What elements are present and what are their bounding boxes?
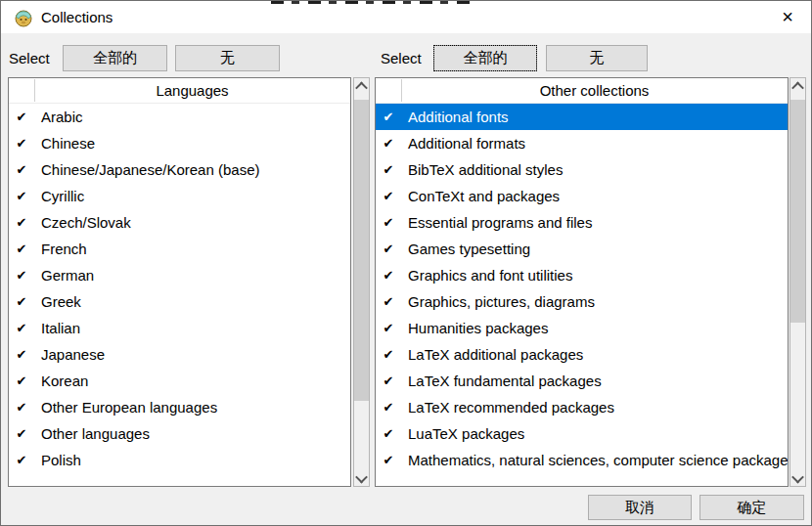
list-item[interactable]: ✔ConTeXt and packages [376, 183, 788, 209]
list-item-label: Cyrillic [34, 188, 350, 204]
list-item-label: Italian [34, 320, 350, 336]
check-mark-icon: ✔ [376, 262, 401, 288]
list-item[interactable]: ✔Cyrillic [9, 183, 350, 209]
check-mark-icon: ✔ [9, 236, 34, 262]
chevron-up-icon [791, 81, 804, 94]
collections-dialog: Collections × Select 全部的 无 Select 全部的 无 … [0, 0, 812, 526]
list-item[interactable]: ✔Arabic [9, 104, 350, 130]
languages-list-header: Languages [9, 78, 350, 104]
list-item-label: Mathematics, natural sciences, computer … [401, 452, 788, 468]
right-select-all-button[interactable]: 全部的 [433, 45, 537, 71]
list-item[interactable]: ✔Japanese [9, 341, 350, 368]
check-mark-icon: ✔ [9, 209, 34, 236]
list-item-label: Japanese [34, 346, 350, 363]
chevron-down-icon [355, 470, 368, 483]
list-item[interactable]: ✔LaTeX additional packages [376, 341, 788, 368]
collections-list-header: Other collections [376, 78, 788, 104]
collections-list: Other collections ✔Additional fonts✔Addi… [375, 77, 789, 487]
right-select-label: Select [381, 50, 422, 66]
list-item[interactable]: ✔Additional fonts [376, 104, 788, 130]
check-mark-icon: ✔ [9, 341, 34, 368]
list-item-label: Graphics and font utilities [401, 267, 788, 284]
list-item-label: Greek [34, 293, 350, 310]
check-mark-icon: ✔ [376, 183, 401, 209]
list-item[interactable]: ✔LaTeX fundamental packages [376, 368, 788, 394]
chevron-down-icon [791, 470, 804, 483]
check-mark-icon: ✔ [9, 130, 34, 156]
list-item-label: LuaTeX packages [401, 425, 788, 442]
list-item[interactable]: ✔Korean [9, 368, 350, 394]
list-item-label: Arabic [34, 109, 350, 125]
list-item[interactable]: ✔Czech/Slovak [9, 209, 350, 236]
list-item[interactable]: ✔Other languages [9, 420, 350, 447]
list-item-label: BibTeX additional styles [401, 161, 788, 178]
list-item[interactable]: ✔Other European languages [9, 394, 350, 420]
languages-list: Languages ✔Arabic✔Chinese✔Chinese/Japane… [8, 77, 351, 487]
left-scroll-down-button[interactable] [354, 470, 369, 486]
right-scroll-up-button[interactable] [790, 78, 805, 94]
check-mark-icon: ✔ [9, 368, 34, 394]
left-scrollbar-thumb[interactable] [354, 100, 369, 401]
window-title: Collections [41, 9, 113, 25]
check-mark-icon: ✔ [376, 104, 401, 130]
check-mark-icon: ✔ [376, 394, 401, 420]
cancel-button[interactable]: 取消 [588, 495, 692, 520]
list-item-label: Czech/Slovak [34, 214, 350, 231]
ok-button[interactable]: 确定 [699, 495, 804, 520]
list-item[interactable]: ✔Chinese/Japanese/Korean (base) [9, 156, 350, 183]
check-mark-icon: ✔ [9, 183, 34, 209]
check-mark-icon: ✔ [9, 262, 34, 288]
check-mark-icon: ✔ [376, 209, 401, 236]
left-scroll-up-button[interactable] [354, 78, 369, 94]
right-scrollbar[interactable] [789, 77, 806, 487]
check-mark-icon: ✔ [9, 447, 34, 473]
left-select-label: Select [9, 50, 50, 66]
list-item[interactable]: ✔BibTeX additional styles [376, 156, 788, 183]
list-item-label: Other languages [34, 425, 350, 442]
left-select-all-button[interactable]: 全部的 [63, 45, 167, 71]
list-item[interactable]: ✔Graphics, pictures, diagrams [376, 288, 788, 315]
title-bar[interactable]: Collections × [1, 1, 811, 33]
check-mark-icon: ✔ [9, 394, 34, 420]
list-item-label: Additional fonts [401, 109, 788, 125]
list-item[interactable]: ✔Chinese [9, 130, 350, 156]
right-scrollbar-thumb[interactable] [790, 100, 805, 323]
check-mark-icon: ✔ [376, 447, 401, 473]
list-item[interactable]: ✔Graphics and font utilities [376, 262, 788, 288]
background-window-artifact [271, 1, 473, 4]
languages-header-label: Languages [34, 78, 350, 103]
list-item-label: Graphics, pictures, diagrams [401, 293, 788, 310]
right-select-none-button[interactable]: 无 [546, 45, 648, 71]
right-scroll-down-button[interactable] [790, 470, 805, 486]
check-mark-icon: ✔ [9, 156, 34, 183]
list-item[interactable]: ✔LaTeX recommended packages [376, 394, 788, 420]
list-item[interactable]: ✔Mathematics, natural sciences, computer… [376, 447, 788, 473]
list-item[interactable]: ✔French [9, 236, 350, 262]
app-icon [14, 8, 33, 27]
close-icon: × [782, 6, 793, 28]
list-item[interactable]: ✔Essential programs and files [376, 209, 788, 236]
check-mark-icon: ✔ [376, 341, 401, 368]
left-select-none-button[interactable]: 无 [175, 45, 280, 71]
list-item[interactable]: ✔Games typesetting [376, 236, 788, 262]
close-button[interactable]: × [766, 1, 809, 32]
list-item-label: Additional formats [401, 135, 788, 152]
check-mark-icon: ✔ [376, 420, 401, 447]
list-item[interactable]: ✔Additional formats [376, 130, 788, 156]
list-item[interactable]: ✔Humanities packages [376, 315, 788, 341]
list-item[interactable]: ✔LuaTeX packages [376, 420, 788, 447]
check-mark-icon: ✔ [9, 104, 34, 130]
list-item-label: Essential programs and files [401, 214, 788, 231]
list-item[interactable]: ✔Greek [9, 288, 350, 315]
list-item-label: LaTeX fundamental packages [401, 373, 788, 389]
list-item-label: French [34, 241, 350, 257]
list-item[interactable]: ✔German [9, 262, 350, 288]
check-mark-icon: ✔ [376, 315, 401, 341]
list-item-label: Other European languages [34, 399, 350, 416]
left-scrollbar[interactable] [353, 77, 370, 487]
check-mark-icon: ✔ [9, 315, 34, 341]
check-mark-icon: ✔ [376, 156, 401, 183]
list-item[interactable]: ✔Polish [9, 447, 350, 473]
check-mark-icon: ✔ [376, 130, 401, 156]
list-item[interactable]: ✔Italian [9, 315, 350, 341]
